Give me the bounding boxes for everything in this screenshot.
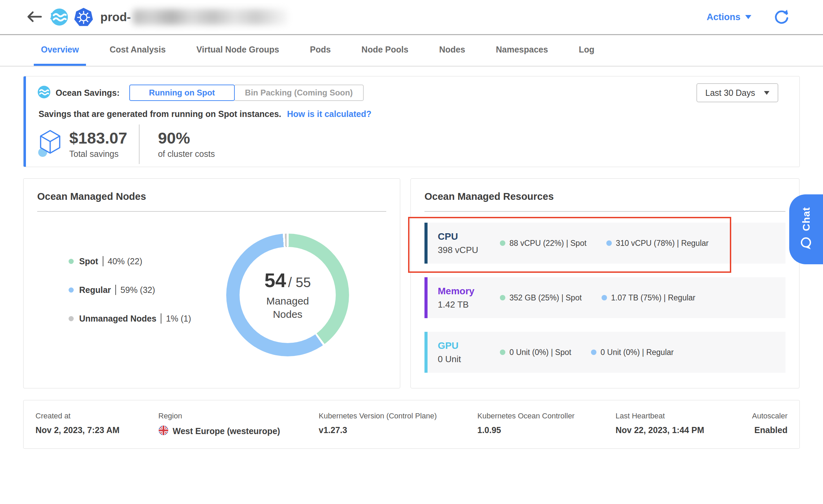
cluster-title-prefix: prod- <box>100 10 131 24</box>
chat-bubble-icon <box>799 236 813 252</box>
autoscaler-cell: Autoscaler Enabled <box>743 412 788 438</box>
cluster-info-bar: Created at Nov 2, 2023, 7:23 AM Region <box>23 400 800 449</box>
tab-namespaces[interactable]: Namespaces <box>489 35 555 66</box>
tab-virtual-node-groups[interactable]: Virtual Node Groups <box>189 35 287 66</box>
gpu-accent-bar <box>424 332 428 373</box>
title-divider <box>424 211 785 212</box>
cpu-regular-stat: 310 vCPU (78%) | Regular <box>606 239 709 248</box>
chevron-down-icon <box>764 91 769 95</box>
spot-dot <box>500 295 505 300</box>
unmanaged-dot <box>69 316 74 321</box>
resource-row-cpu: CPU 398 vCPU 88 vCPU (22%) | Spot 310 vC… <box>424 223 785 264</box>
legend-item-unmanaged: Unmanaged Nodes 1% (1) <box>69 313 191 324</box>
period-dropdown-value: Last 30 Days <box>705 88 755 98</box>
ocean-savings-icon <box>37 85 51 100</box>
region-cell: Region West Europe (westeurope) <box>158 412 319 438</box>
tab-log[interactable]: Log <box>572 35 602 66</box>
spot-dot <box>500 240 505 246</box>
refresh-button[interactable] <box>773 9 789 26</box>
last-heartbeat-cell: Last Heartbeat Nov 22, 2023, 1:44 PM <box>616 412 743 438</box>
ocean-controller-cell: Kubernetes Ocean Controller 1.0.95 <box>477 412 616 438</box>
ocean-savings-card: Ocean Savings: Running on Spot Bin Packi… <box>23 76 800 167</box>
bin-packing-toggle[interactable]: Bin Packing (Coming Soon) <box>234 85 364 101</box>
created-at-cell: Created at Nov 2, 2023, 7:23 AM <box>35 412 158 438</box>
regular-dot <box>69 287 74 293</box>
chat-label: Chat <box>800 207 812 231</box>
spot-dot <box>500 350 505 355</box>
total-savings-label: Total savings <box>69 149 127 159</box>
legend-item-regular: Regular 59% (32) <box>69 285 191 295</box>
memory-total: 1.42 TB <box>438 299 500 310</box>
how-calculated-link[interactable]: How is it calculated? <box>287 109 371 119</box>
tab-nodes[interactable]: Nodes <box>432 35 472 66</box>
overview-page: Ocean Savings: Running on Spot Bin Packi… <box>0 76 823 449</box>
uk-flag-icon <box>158 425 169 438</box>
region-value: West Europe (westeurope) <box>173 426 280 436</box>
memory-spot-stat: 352 GB (25%) | Spot <box>500 293 582 302</box>
donut-center-label: Managed Nodes <box>257 294 318 321</box>
ocean-managed-resources-card: Ocean Managed Resources CPU 398 vCPU 88 … <box>410 178 799 388</box>
resources-card-title: Ocean Managed Resources <box>424 191 785 202</box>
cpu-total: 398 vCPU <box>438 245 500 255</box>
savings-description: Savings that are generated from running … <box>39 109 281 119</box>
nodes-card-title: Ocean Managed Nodes <box>37 191 386 202</box>
stats-divider <box>139 124 140 164</box>
chevron-down-icon <box>745 15 751 19</box>
savings-mode-toggle: Running on Spot Bin Packing (Coming Soon… <box>129 85 364 101</box>
back-button[interactable] <box>26 10 42 24</box>
cpu-label: CPU <box>438 231 500 242</box>
refresh-icon <box>773 9 789 26</box>
regular-dot <box>606 240 612 246</box>
managed-nodes-count: 54 <box>264 269 286 292</box>
donut-chart: 54 / 55 Managed Nodes <box>226 234 349 356</box>
actions-label: Actions <box>707 12 740 23</box>
savings-percent-value: 90% <box>158 130 215 146</box>
savings-accent-bar <box>24 76 26 167</box>
gpu-regular-stat: 0 Unit (0%) | Regular <box>591 348 674 357</box>
ocean-wave-icon <box>50 8 68 26</box>
chat-button[interactable]: Chat <box>789 194 823 264</box>
app-header: prod- Actions <box>0 0 823 35</box>
legend-item-spot: Spot 40% (22) <box>69 256 191 266</box>
memory-accent-bar <box>424 277 428 318</box>
regular-dot <box>602 295 607 300</box>
tab-cost-analysis[interactable]: Cost Analysis <box>102 35 173 66</box>
memory-label: Memory <box>438 286 500 297</box>
total-nodes-count: / 55 <box>288 275 311 290</box>
tab-node-pools[interactable]: Node Pools <box>354 35 416 66</box>
k8s-version-cell: Kubernetes Version (Control Plane) v1.27… <box>319 412 477 438</box>
resource-row-memory: Memory 1.42 TB 352 GB (25%) | Spot 1.07 … <box>424 277 785 318</box>
arrow-left-icon <box>26 10 42 24</box>
gpu-label: GPU <box>438 340 500 351</box>
cpu-accent-bar <box>424 223 428 264</box>
savings-percent-label: of cluster costs <box>158 149 215 159</box>
cluster-tabbar: Overview Cost Analysis Virtual Node Grou… <box>0 35 823 66</box>
kubernetes-helm-icon <box>74 7 93 27</box>
memory-regular-stat: 1.07 TB (75%) | Regular <box>602 293 695 302</box>
gpu-spot-stat: 0 Unit (0%) | Spot <box>500 348 571 357</box>
tab-pods[interactable]: Pods <box>303 35 338 66</box>
cpu-spot-stat: 88 vCPU (22%) | Spot <box>500 239 587 248</box>
cube-icon <box>38 129 62 160</box>
period-dropdown[interactable]: Last 30 Days <box>696 83 778 102</box>
ocean-savings-label: Ocean Savings: <box>56 88 120 98</box>
total-savings-value: $183.07 <box>69 130 127 146</box>
regular-dot <box>591 350 596 355</box>
actions-button[interactable]: Actions <box>705 12 753 23</box>
spot-dot <box>69 259 74 264</box>
gpu-total: 0 Unit <box>438 354 500 365</box>
ocean-managed-nodes-card: Ocean Managed Nodes Spot 40% (22) Regula… <box>23 178 400 388</box>
running-on-spot-toggle[interactable]: Running on Spot <box>129 85 235 101</box>
nodes-legend: Spot 40% (22) Regular 59% (32) Unmanaged… <box>69 256 191 324</box>
cluster-name-redacted <box>133 9 287 25</box>
resource-row-gpu: GPU 0 Unit 0 Unit (0%) | Spot 0 Unit (0%… <box>424 332 785 373</box>
tab-overview[interactable]: Overview <box>34 35 86 66</box>
